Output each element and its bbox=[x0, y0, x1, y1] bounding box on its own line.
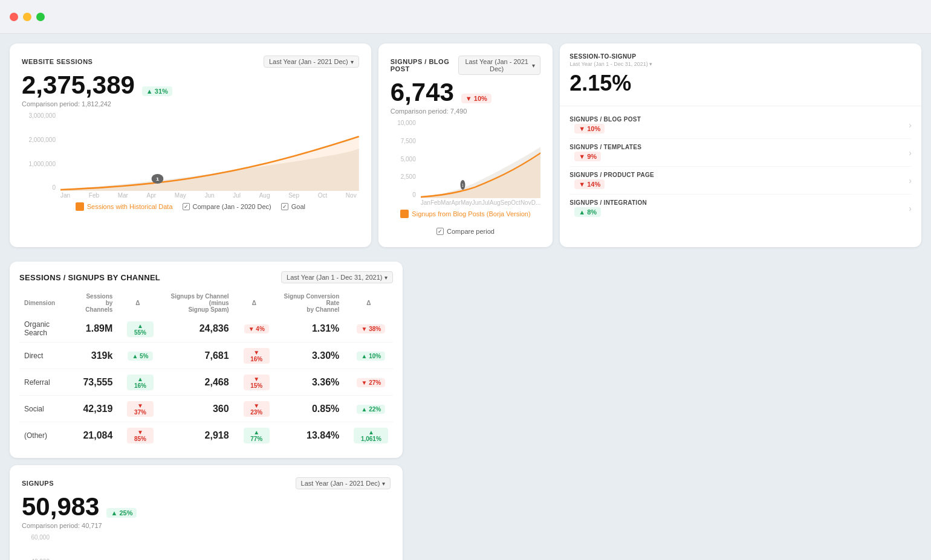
td-sessions: 73,555 bbox=[74, 369, 118, 396]
td-rate-delta: ▲ 1,061% bbox=[344, 422, 393, 449]
blog-post-card: SIGNUPS / BLOG POST Last Year (Jan - 202… bbox=[378, 43, 553, 247]
y-label-1m: 1,000,000 bbox=[22, 161, 56, 167]
signups-value: 50,983 bbox=[22, 493, 99, 521]
sessions-chart: 1 bbox=[60, 112, 359, 191]
td-rate: 3.36% bbox=[274, 369, 344, 396]
td-sessions-delta: ▲ 16% bbox=[117, 369, 158, 396]
td-signups-delta: ▼ 16% bbox=[234, 343, 274, 369]
x-apr: Apr bbox=[147, 192, 157, 199]
signup-integration-arrow[interactable]: › bbox=[909, 204, 912, 213]
channels-dropdown[interactable]: Last Year (Jan 1 - Dec 31, 2021) bbox=[281, 271, 393, 283]
sts-sub[interactable]: Last Year (Jan 1 - Dec 31, 2021) ▾ bbox=[569, 61, 912, 67]
blog-post-badge: ▼ 10% bbox=[461, 94, 491, 103]
svg-text:1: 1 bbox=[156, 176, 159, 182]
channels-header: SESSIONS / SIGNUPS BY CHANNEL Last Year … bbox=[19, 271, 393, 283]
td-sessions-delta: ▲ 5% bbox=[117, 343, 158, 369]
td-sessions: 42,319 bbox=[74, 396, 118, 422]
y-label-2m: 2,000,000 bbox=[22, 137, 56, 143]
signup-product-arrow[interactable]: › bbox=[909, 176, 912, 185]
signup-row-integration: SIGNUPS / INTEGRATION ▲ 8% › bbox=[569, 195, 912, 222]
blog-post-dropdown[interactable]: Last Year (Jan - 2021 Dec) bbox=[458, 56, 540, 75]
channels-title: SESSIONS / SIGNUPS BY CHANNEL bbox=[19, 273, 160, 282]
td-signups-delta: ▲ 77% bbox=[234, 422, 274, 449]
legend-blog-compare: ✓ Compare period bbox=[436, 228, 495, 235]
td-signups: 2,918 bbox=[158, 422, 234, 449]
td-sessions-delta: ▲ 55% bbox=[117, 315, 158, 343]
x-jul: Jul bbox=[233, 192, 241, 199]
legend-blog-orange bbox=[400, 210, 409, 218]
x-feb: Feb bbox=[89, 192, 99, 199]
minimize-button[interactable] bbox=[23, 13, 31, 21]
td-sessions: 21,084 bbox=[74, 422, 118, 449]
dashboard: WEBSITE SESSIONS Last Year (Jan - 2021 D… bbox=[0, 34, 931, 560]
table-row: Organic Search 1.89M ▲ 55% 24,836 ▼ 4% 1… bbox=[19, 315, 393, 343]
signups-y-60k: 60,000 bbox=[22, 534, 50, 541]
blog-x-aug: Aug bbox=[490, 199, 501, 206]
blog-x-oct: Oct bbox=[511, 199, 521, 206]
signup-product-name: SIGNUPS / PRODUCT PAGE bbox=[569, 172, 654, 178]
website-sessions-dropdown[interactable]: Last Year (Jan - 2021 Dec) bbox=[264, 56, 359, 68]
blog-y-2500: 2,500 bbox=[391, 173, 416, 180]
legend-blog-check: ✓ bbox=[436, 228, 444, 235]
td-signups: 24,836 bbox=[158, 315, 234, 343]
td-dimension: Direct bbox=[19, 343, 74, 369]
close-button[interactable] bbox=[10, 13, 18, 21]
blog-x-feb: Feb bbox=[430, 199, 441, 206]
th-rate: Signup Conversion Rateby Channel bbox=[274, 291, 344, 315]
signup-blog-badge: ▼ 10% bbox=[574, 124, 605, 134]
td-dimension: Social bbox=[19, 396, 74, 422]
td-sessions: 1.89M bbox=[74, 315, 118, 343]
table-row: Social 42,319 ▼ 37% 360 ▼ 23% 0.85% ▲ 22… bbox=[19, 396, 393, 422]
website-sessions-title: WEBSITE SESSIONS bbox=[22, 58, 92, 65]
blog-post-comparison: Comparison period: 7,490 bbox=[391, 108, 541, 115]
y-label-3m: 3,000,000 bbox=[22, 112, 56, 119]
td-rate: 0.85% bbox=[274, 396, 344, 422]
table-row: Direct 319k ▲ 5% 7,681 ▼ 16% 3.30% ▲ 10% bbox=[19, 343, 393, 369]
svg-text:1: 1 bbox=[462, 182, 464, 188]
td-signups-delta: ▼ 4% bbox=[234, 315, 274, 343]
blog-x-mar: Mar bbox=[441, 199, 451, 206]
signup-templates-badge: ▼ 9% bbox=[574, 152, 601, 161]
td-rate: 1.31% bbox=[274, 315, 344, 343]
signups-dropdown[interactable]: Last Year (Jan - 2021 Dec) bbox=[296, 477, 391, 489]
website-sessions-badge: ▲ 31% bbox=[142, 86, 172, 96]
x-jun: Jun bbox=[204, 192, 214, 199]
signups-badge: ▲ 25% bbox=[106, 508, 137, 518]
signup-templates-name: SIGNUPS / TEMPLATES bbox=[569, 144, 641, 150]
td-dimension: Referral bbox=[19, 369, 74, 396]
website-sessions-card: WEBSITE SESSIONS Last Year (Jan - 2021 D… bbox=[10, 43, 371, 247]
table-row: Referral 73,555 ▲ 16% 2,468 ▼ 15% 3.36% … bbox=[19, 369, 393, 396]
x-oct: Oct bbox=[318, 192, 328, 199]
signup-row-templates: SIGNUPS / TEMPLATES ▼ 9% › bbox=[569, 139, 912, 167]
blog-x-jun: Jun bbox=[472, 199, 482, 206]
legend-blog-posts: Signups from Blog Posts (Borja Version) bbox=[400, 210, 530, 218]
blog-y-0: 0 bbox=[391, 191, 416, 198]
th-signups: Signups by Channel (minusSignup Spam) bbox=[158, 291, 234, 315]
td-dimension: (Other) bbox=[19, 422, 74, 449]
td-signups-delta: ▼ 15% bbox=[234, 369, 274, 396]
td-rate-delta: ▼ 38% bbox=[344, 315, 393, 343]
signup-templates-arrow[interactable]: › bbox=[909, 148, 912, 158]
td-sessions-delta: ▼ 37% bbox=[117, 396, 158, 422]
blog-post-value: 6,743 bbox=[391, 79, 454, 106]
th-signups-delta: Δ bbox=[234, 291, 274, 315]
signup-blog-arrow[interactable]: › bbox=[909, 120, 912, 130]
blog-x-nov: Nov bbox=[521, 199, 531, 206]
maximize-button[interactable] bbox=[36, 13, 45, 21]
signup-integration-badge: ▲ 8% bbox=[574, 207, 601, 217]
channels-table: Dimension Sessions byChannels Δ Signups … bbox=[19, 291, 393, 448]
signups-list: SIGNUPS / BLOG POST ▼ 10% › SIGNUPS / TE… bbox=[560, 106, 921, 247]
signups-title: SIGNUPS bbox=[22, 480, 54, 487]
y-label-0: 0 bbox=[22, 184, 56, 191]
signups-card: SIGNUPS Last Year (Jan - 2021 Dec) 50,98… bbox=[10, 465, 403, 560]
td-rate: 3.30% bbox=[274, 343, 344, 369]
legend-sessions-historical: Sessions with Historical Data bbox=[76, 202, 173, 211]
signup-product-badge: ▼ 14% bbox=[574, 179, 605, 189]
td-sessions-delta: ▼ 85% bbox=[117, 422, 158, 449]
legend-orange-box bbox=[76, 202, 84, 211]
signup-integration-name: SIGNUPS / INTEGRATION bbox=[569, 199, 647, 206]
website-sessions-value: 2,375,389 bbox=[22, 71, 135, 99]
th-sessions-delta: Δ bbox=[117, 291, 158, 315]
legend-compare-check: ✓ bbox=[183, 203, 190, 210]
td-signups: 2,468 bbox=[158, 369, 234, 396]
